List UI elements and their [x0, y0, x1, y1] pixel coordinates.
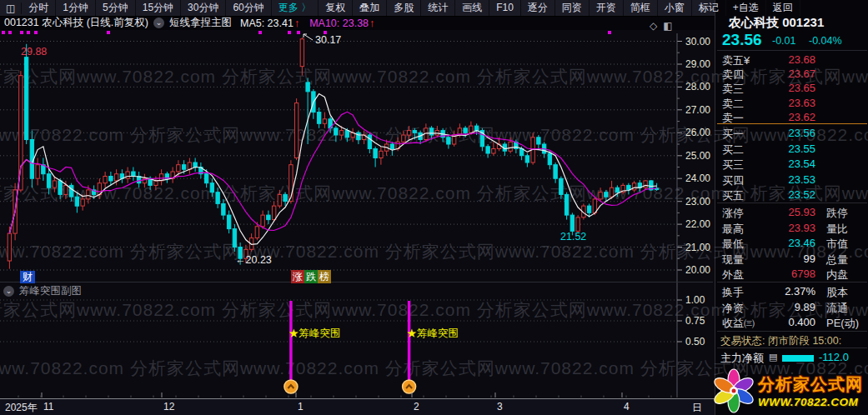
toolbar-tool-12[interactable]: +自选: [726, 0, 766, 16]
x-axis-label-4: 4: [624, 401, 630, 412]
quote-ask-row-3-value: 23.63: [715, 97, 815, 109]
chart-period-title: 001231 农心科技 (日线.前复权): [4, 16, 148, 30]
x-axis-label-2025年: 2025年: [5, 401, 38, 415]
chart-title-row: 001231 农心科技 (日线.前复权) ⌄ 短线拿捏主图 MA5: 23.41…: [0, 16, 715, 30]
rank-badge-char-1: 跌: [304, 270, 318, 283]
main-net-value: -112.0: [819, 351, 849, 363]
quote-stat2-row-2-value: 0.400: [715, 316, 815, 328]
ma5-line: [9, 94, 656, 245]
toolbar-period-5[interactable]: 60分钟: [226, 0, 271, 16]
quote-bid-row-1: 买二23.55: [715, 141, 868, 157]
quote-stat-row-0-label2: 跌停: [826, 206, 848, 221]
top-toolbar: ◫分时1分钟5分钟15分钟30分钟60分钟更多 〉复权叠加多股统计画线F10逐分…: [0, 0, 715, 17]
svg-text:28.00: 28.00: [685, 81, 710, 92]
toolbar-tool-9[interactable]: 简框: [624, 0, 658, 16]
toolbar-tool-10[interactable]: 小窗: [658, 0, 692, 16]
toolbar-period-2[interactable]: 5分钟: [96, 0, 136, 16]
quote-bid-row-1-value: 23.55: [715, 142, 815, 155]
subchart-header: ⌄ 筹峰突围副图: [3, 284, 82, 298]
list-icon[interactable]: ▤: [769, 352, 777, 362]
flower-logo-icon: [713, 367, 756, 415]
quote-bid-row-3-value: 23.53: [715, 173, 815, 186]
quote-stat2-row-0-label2: 股本: [826, 285, 848, 300]
quote-stat-row-0-value: 25.93: [715, 206, 815, 218]
toolbar-tool-4[interactable]: 画线: [455, 0, 489, 16]
svg-text:23.00: 23.00: [685, 196, 710, 208]
toolbar-tool-13[interactable]: 返回: [766, 0, 800, 16]
panel-divider: [717, 348, 867, 348]
quote-stat-row-1: 最高23.93量比: [715, 220, 868, 236]
x-axis-label-11: 11: [43, 401, 53, 412]
quote-ask-row-1-value: 23.67: [715, 68, 815, 80]
split-view-icon[interactable]: ◧: [663, 20, 672, 32]
toolbar-period-3[interactable]: 15分钟: [136, 0, 181, 16]
panel-divider: [717, 331, 867, 332]
x-axis-label-日: 日: [692, 401, 702, 415]
quote-ask-row-2-value: 23.65: [715, 82, 815, 94]
toolbar-tool-5[interactable]: F10: [489, 0, 521, 16]
svg-text:26.00: 26.00: [685, 127, 710, 138]
quote-stat-row-2: 最低23.46市值: [715, 235, 868, 251]
panel-divider: [717, 202, 867, 203]
toolbar-tool-0[interactable]: 复权: [319, 0, 353, 16]
badge-finance[interactable]: 财: [20, 271, 35, 283]
last-price: 23.56: [722, 31, 762, 49]
svg-text:27.00: 27.00: [685, 104, 710, 116]
diamond-tool-icon[interactable]: ◇: [650, 20, 657, 32]
rank-badge-char-0: 涨: [291, 270, 304, 283]
quote-ask-row-0-value: 23.68: [715, 53, 815, 66]
toolbar-period-0[interactable]: 分时: [22, 0, 56, 16]
quote-stat-row-2-value: 23.46: [715, 237, 815, 249]
toolbar-tool-2[interactable]: 多股: [387, 0, 421, 16]
quote-ask-row-1: 卖四23.67: [715, 66, 868, 82]
trade-status: 交易状态: 闭市阶段 15:00:: [720, 334, 868, 348]
toolbar-tool-7[interactable]: 同资: [555, 0, 590, 16]
toolbar-tool-8[interactable]: 开资: [590, 0, 624, 16]
indicator-name[interactable]: 短线拿捏主图: [169, 16, 232, 30]
stock-name-code: 农心科技 001231: [729, 15, 824, 31]
toolbar-more-button[interactable]: 更多 〉: [272, 0, 319, 16]
panel-divider: [717, 282, 867, 282]
quote-ask-row-0: 卖五¥23.68: [715, 52, 868, 68]
quote-bid-row-0: 买一23.56: [715, 125, 868, 141]
toolbar-tool-1[interactable]: 叠加: [353, 0, 387, 16]
ma10-up-arrow-icon: ↑: [369, 18, 374, 29]
x-axis-label-1: 1: [298, 401, 304, 412]
quote-stat-row-3-label2: 总量: [826, 252, 848, 268]
rank-badge-char-2: 榜: [318, 270, 331, 283]
ma10-line: [9, 112, 656, 233]
toolbar-tool-6[interactable]: 逐分: [521, 0, 555, 16]
toolbar-period-4[interactable]: 30分钟: [181, 0, 226, 16]
toolbar-tool-11[interactable]: 标记: [692, 0, 726, 16]
ma5-up-arrow-icon: ↑: [294, 18, 299, 29]
quote-bid-row-0-value: 23.56: [715, 127, 815, 139]
quote-stat-row-1-label2: 量比: [826, 222, 848, 237]
quote-bid-row-4: 买五23.52: [715, 187, 868, 202]
toolbar-period-1[interactable]: 1分钟: [56, 0, 96, 16]
quote-stat2-row-0: 换手2.37%股本: [715, 283, 868, 299]
logo-title: 分析家公式网: [758, 373, 863, 396]
quote-ask-row-4-value: 23.62: [715, 111, 815, 123]
main-net-bar: [782, 355, 814, 362]
svg-text:0.50: 0.50: [685, 336, 705, 348]
panel-divider: [717, 50, 867, 51]
svg-text:30.17: 30.17: [315, 34, 341, 46]
quote-stat-row-4-label2: 内盘: [826, 268, 848, 282]
quote-stat-row-4-value: 6798: [715, 268, 815, 280]
x-axis-label-12: 12: [163, 401, 174, 412]
quote-stat2-row-1: 净资9.89流通: [715, 299, 868, 315]
indicator-collapse-icon[interactable]: ⌄: [153, 18, 164, 28]
badge-rank-list[interactable]: 涨跌榜: [291, 270, 331, 283]
quote-stat-row-3-value: 99: [715, 252, 815, 265]
quote-ask-row-3: 卖二23.63: [715, 95, 868, 111]
subchart-collapse-icon[interactable]: ⌄: [3, 286, 14, 297]
quote-ask-row-4: 卖一23.62: [715, 109, 868, 125]
price-change: -0.01: [772, 35, 796, 47]
quote-stat2-row-2: 收益㈢0.400PE(动): [715, 314, 868, 330]
window-split-icon[interactable]: ◫: [0, 2, 22, 14]
quote-stat2-row-2-label2: PE(动): [826, 316, 859, 331]
toolbar-tool-3[interactable]: 统计: [421, 0, 455, 16]
svg-text:★筹峰突围: ★筹峰突围: [407, 328, 459, 339]
subchart-name: 筹峰突围副图: [19, 284, 82, 298]
quote-stat-row-4: 外盘6798内盘: [715, 266, 868, 282]
